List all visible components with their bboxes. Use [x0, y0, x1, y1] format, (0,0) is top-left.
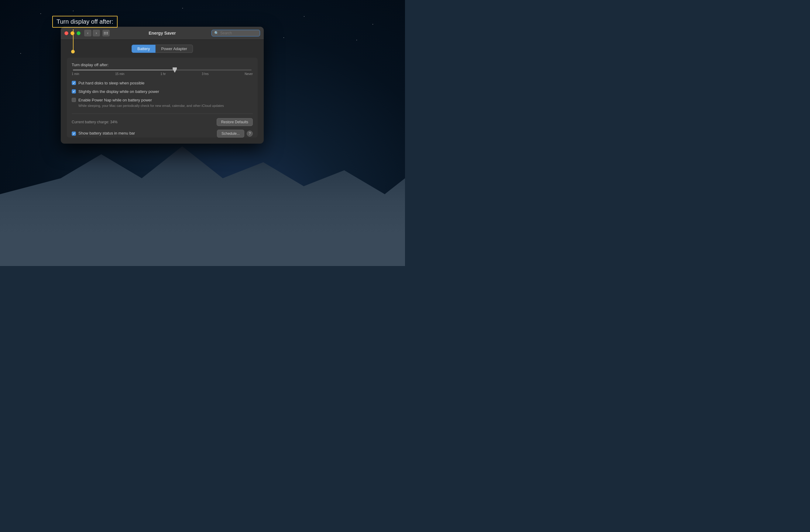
slider-track[interactable]	[73, 69, 252, 70]
energy-saver-window: ‹ › Energy Saver 🔍 Battery	[61, 27, 264, 144]
minimize-button[interactable]	[70, 31, 75, 35]
restore-defaults-button[interactable]: Restore Defaults	[217, 118, 253, 126]
tab-battery[interactable]: Battery	[132, 45, 156, 53]
search-bar[interactable]: 🔍	[211, 30, 260, 36]
checkbox-hard-disks[interactable]	[72, 81, 76, 85]
slider-filled	[73, 69, 175, 70]
checkbox-hard-disks-label: Put hard disks to sleep when possible	[78, 81, 145, 86]
window-controls	[64, 31, 81, 35]
search-input[interactable]	[220, 31, 257, 35]
slider-ticks: 1 min 15 min 1 hr 3 hrs Never	[72, 72, 253, 76]
checkbox-dim-display[interactable]	[72, 89, 76, 94]
checkbox-power-nap-content: Enable Power Nap while on battery power …	[78, 98, 224, 107]
tick-never: Never	[245, 72, 253, 76]
annotation-dot	[71, 50, 75, 53]
tab-power-adapter[interactable]: Power Adapter	[156, 45, 193, 53]
window-title: Energy Saver	[149, 31, 176, 35]
tick-1min: 1 min	[72, 72, 79, 76]
help-button[interactable]: ?	[247, 131, 253, 137]
annotation-callout: Turn display off after:	[52, 16, 117, 28]
footer: Current battery charge: 34% Restore Defa…	[72, 114, 253, 137]
schedule-button[interactable]: Schedule...	[217, 130, 244, 137]
checkbox-list: Put hard disks to sleep when possible Sl…	[72, 81, 253, 107]
annotation-line	[73, 29, 74, 50]
settings-panel: Turn display off after: 1 min 15 min 1 h…	[67, 58, 258, 137]
maximize-button[interactable]	[77, 31, 81, 35]
tab-bar: Battery Power Adapter	[67, 45, 258, 53]
show-battery-label: Show battery status in menu bar	[78, 131, 135, 136]
tick-15min: 15 min	[115, 72, 124, 76]
checkbox-show-battery[interactable]	[72, 132, 76, 136]
tick-1hr: 1 hr	[160, 72, 166, 76]
slider-container	[72, 69, 253, 70]
checkbox-item-dim-display: Slightly dim the display while on batter…	[72, 89, 253, 95]
show-battery-row: Show battery status in menu bar	[72, 131, 135, 136]
grid-view-button[interactable]	[102, 30, 110, 36]
search-icon: 🔍	[214, 31, 219, 35]
footer-right-buttons: Schedule... ?	[217, 130, 253, 137]
checkbox-power-nap[interactable]	[72, 98, 76, 102]
display-off-slider-section: Turn display off after: 1 min 15 min 1 h…	[72, 63, 253, 76]
annotation-text: Turn display off after:	[56, 18, 113, 25]
nav-buttons: ‹ ›	[84, 30, 110, 36]
grid-dots-icon	[104, 32, 108, 35]
slider-label: Turn display off after:	[72, 63, 253, 67]
annotation-box: Turn display off after:	[52, 16, 117, 28]
tick-3hrs: 3 hrs	[202, 72, 208, 76]
titlebar: ‹ › Energy Saver 🔍	[61, 27, 264, 40]
checkbox-item-power-nap: Enable Power Nap while on battery power …	[72, 98, 253, 107]
checkbox-power-nap-label: Enable Power Nap while on battery power	[78, 98, 224, 103]
back-icon: ‹	[87, 31, 88, 35]
footer-bottom: Show battery status in menu bar Schedule…	[72, 130, 253, 137]
back-button[interactable]: ‹	[84, 30, 92, 36]
content-area: Battery Power Adapter Turn display off a…	[61, 40, 264, 144]
slider-thumb[interactable]	[173, 67, 177, 73]
close-button[interactable]	[64, 31, 68, 35]
checkbox-dim-display-label: Slightly dim the display while on batter…	[78, 89, 159, 95]
footer-top: Current battery charge: 34% Restore Defa…	[72, 118, 253, 126]
checkbox-power-nap-sublabel: While sleeping, your Mac can periodicall…	[78, 104, 224, 107]
forward-button[interactable]: ›	[93, 30, 100, 36]
forward-icon: ›	[96, 31, 97, 35]
checkbox-item-hard-disks: Put hard disks to sleep when possible	[72, 81, 253, 86]
battery-charge-text: Current battery charge: 34%	[72, 120, 117, 124]
